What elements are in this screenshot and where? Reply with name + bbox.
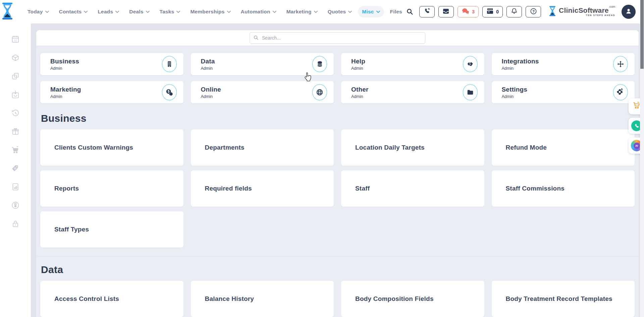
nav-item-leads[interactable]: Leads bbox=[94, 6, 123, 17]
topbar-actions: 3 0 ? ClinicSoftware.com TEN STEPS A bbox=[406, 5, 644, 19]
database-icon bbox=[312, 56, 327, 72]
move-arrows-icon bbox=[613, 56, 628, 72]
app-logo[interactable] bbox=[0, 2, 15, 21]
question-icon: ? bbox=[530, 8, 537, 16]
category-card-marketing[interactable]: MarketingAdmin $ bbox=[40, 81, 183, 103]
chevron-down-icon bbox=[227, 11, 231, 13]
category-title: Help bbox=[351, 58, 365, 65]
item-card-staff-types[interactable]: Staff Types bbox=[40, 211, 183, 248]
item-card-departments[interactable]: Departments bbox=[191, 129, 334, 166]
user-avatar[interactable] bbox=[622, 5, 636, 19]
report-document-icon[interactable] bbox=[11, 182, 20, 191]
item-card-body-composition-fields[interactable]: Body Composition Fields bbox=[341, 281, 484, 317]
category-card-online[interactable]: OnlineAdmin bbox=[191, 81, 334, 103]
chevron-down-icon bbox=[84, 11, 88, 13]
till-button[interactable]: 0 bbox=[482, 6, 503, 17]
chevron-down-icon bbox=[45, 11, 49, 13]
brand-name: ClinicSoftware bbox=[559, 6, 609, 14]
category-grid: BusinessAdmin DataAdmin HelpAdmin Integr… bbox=[36, 46, 639, 103]
section-title-data: Data bbox=[41, 264, 638, 275]
item-card-location-daily-targets[interactable]: Location Daily Targets bbox=[341, 129, 484, 166]
cart-icon[interactable] bbox=[11, 146, 20, 154]
bell-icon bbox=[511, 8, 518, 16]
building-icon bbox=[162, 56, 177, 72]
nav-item-deals[interactable]: Deals bbox=[125, 6, 153, 17]
handshake-icon bbox=[463, 56, 478, 72]
till-icon bbox=[486, 8, 494, 16]
category-subtitle: Admin bbox=[201, 94, 221, 99]
category-card-business[interactable]: BusinessAdmin bbox=[40, 53, 183, 75]
hourglass-logo-icon bbox=[548, 6, 557, 18]
category-card-data[interactable]: DataAdmin bbox=[191, 53, 334, 75]
chat-button[interactable]: 3 bbox=[458, 6, 479, 17]
inbox-icon bbox=[442, 8, 449, 16]
item-card-required-fields[interactable]: Required fields bbox=[191, 170, 334, 207]
category-subtitle: Admin bbox=[50, 66, 79, 71]
svg-text:$: $ bbox=[168, 90, 170, 93]
nav-item-contacts[interactable]: Contacts bbox=[55, 6, 92, 17]
nav-item-memberships[interactable]: Memberships bbox=[186, 6, 234, 17]
history-icon[interactable] bbox=[11, 109, 20, 117]
category-card-settings[interactable]: SettingsAdmin bbox=[492, 81, 635, 103]
account-lock-icon[interactable] bbox=[11, 201, 20, 210]
category-subtitle: Admin bbox=[50, 94, 81, 99]
dollar-chat-icon: $ bbox=[162, 84, 177, 100]
nav-item-automation[interactable]: Automation bbox=[237, 6, 280, 17]
category-title: Integrations bbox=[502, 58, 539, 65]
folder-icon bbox=[463, 84, 478, 100]
category-title: Marketing bbox=[50, 86, 81, 93]
item-card-body-treatment-record-templates[interactable]: Body Treatment Record Templates bbox=[492, 281, 635, 317]
chevron-down-icon bbox=[348, 11, 352, 13]
item-card-staff[interactable]: Staff bbox=[341, 170, 484, 207]
scrollbar-thumb[interactable] bbox=[640, 0, 644, 69]
chat-bubbles-icon bbox=[462, 8, 470, 16]
chevron-down-icon bbox=[273, 11, 276, 13]
business-item-grid: Clients Custom Warnings Departments Loca… bbox=[36, 129, 639, 248]
category-card-integrations[interactable]: IntegrationsAdmin bbox=[492, 53, 635, 75]
gift-icon[interactable] bbox=[11, 127, 20, 136]
nav-item-marketing[interactable]: Marketing bbox=[282, 6, 322, 17]
search-icon bbox=[253, 35, 259, 42]
search-box bbox=[250, 32, 425, 44]
phone-button[interactable] bbox=[419, 6, 435, 17]
nav-item-files[interactable]: Files bbox=[386, 6, 406, 17]
item-card-reports[interactable]: Reports bbox=[40, 170, 183, 207]
notifications-button[interactable] bbox=[506, 6, 522, 17]
item-card-clients-custom-warnings[interactable]: Clients Custom Warnings bbox=[40, 129, 183, 166]
vertical-scrollbar bbox=[640, 0, 644, 317]
help-button[interactable]: ? bbox=[526, 6, 541, 17]
person-icon bbox=[625, 7, 633, 16]
copy-icon[interactable] bbox=[11, 72, 20, 81]
category-card-help[interactable]: HelpAdmin bbox=[341, 53, 484, 75]
category-title: Settings bbox=[502, 86, 528, 93]
inbox-button[interactable] bbox=[438, 6, 454, 17]
category-card-other[interactable]: OtherAdmin bbox=[341, 81, 484, 103]
brand-tld: .com bbox=[609, 5, 615, 8]
item-card-balance-history[interactable]: Balance History bbox=[191, 281, 334, 317]
nav-item-today[interactable]: Today bbox=[23, 6, 53, 17]
brand-tagline: TEN STEPS AHEAD bbox=[559, 14, 615, 17]
till-count-badge: 0 bbox=[496, 9, 499, 14]
category-title: Data bbox=[201, 58, 215, 65]
calendar-icon[interactable]: 12 bbox=[11, 35, 20, 44]
category-subtitle: Admin bbox=[351, 66, 365, 71]
nav-item-tasks[interactable]: Tasks bbox=[156, 6, 184, 17]
chat-count-badge: 3 bbox=[472, 9, 475, 14]
search-input[interactable] bbox=[250, 32, 425, 44]
chevron-down-icon bbox=[176, 11, 180, 13]
package-icon[interactable] bbox=[11, 53, 20, 62]
search-icon[interactable] bbox=[406, 8, 414, 15]
phone-icon bbox=[424, 8, 430, 16]
item-card-access-control-lists[interactable]: Access Control Lists bbox=[40, 281, 183, 317]
price-tag-icon[interactable] bbox=[11, 164, 20, 173]
svg-text:?: ? bbox=[532, 9, 535, 13]
item-card-staff-commissions[interactable]: Staff Commissions bbox=[492, 170, 635, 207]
category-subtitle: Admin bbox=[351, 94, 369, 99]
lock-icon[interactable] bbox=[11, 219, 20, 228]
nav-item-quotes[interactable]: Quotes bbox=[324, 6, 356, 17]
nav-item-misc[interactable]: Misc bbox=[358, 6, 384, 17]
calendar-checkin-icon[interactable] bbox=[11, 90, 20, 99]
item-card-refund-mode[interactable]: Refund Mode bbox=[492, 129, 635, 166]
clinicsoftware-logo[interactable]: ClinicSoftware.com TEN STEPS AHEAD bbox=[548, 6, 615, 18]
left-sidebar: 12 bbox=[0, 23, 31, 317]
